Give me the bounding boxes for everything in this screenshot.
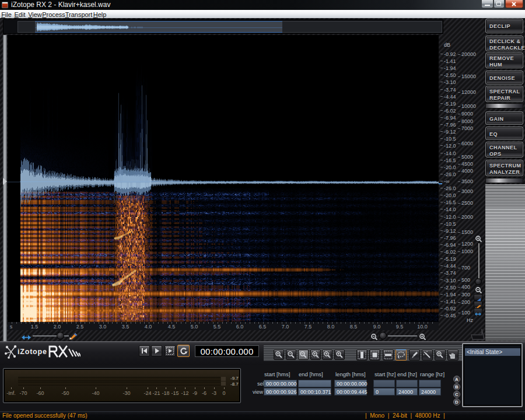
svg-text:iZotope: iZotope: [18, 348, 47, 356]
